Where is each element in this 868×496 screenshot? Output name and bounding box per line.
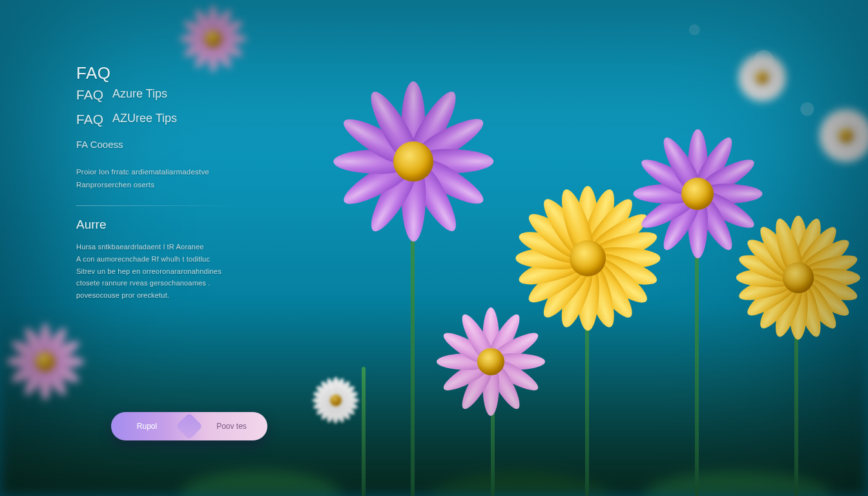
title-row: FAQ (76, 63, 289, 83)
section-heading: Aurre (76, 218, 289, 232)
segment-left[interactable]: Rupol (111, 412, 183, 440)
intro-line: Ranprorserchen oserts (76, 178, 289, 191)
background-meadow (0, 302, 868, 496)
section-line: Sitrev un be hep en orreoronararonahndin… (76, 265, 289, 278)
section-body: Hursa sntkbaeardrladaent l tR Aoranee A … (76, 241, 289, 301)
subtitle-tail: AZUree Tips (112, 112, 177, 127)
subtitle-primary: FAQ (76, 112, 103, 127)
segment-divider-icon (183, 412, 196, 440)
section-line: ctosete rannure rveas gersochanoames . (76, 277, 289, 289)
section-line: Hursa sntkbaeardrladaent l tR Aoranee (76, 241, 289, 253)
title-mid: FAQ (76, 87, 103, 103)
title-row-2: FAQ Azure Tips (76, 87, 289, 103)
intro-line: Proior lon frratc ardiemataliarmadestve (76, 165, 289, 178)
info-panel: FAQ FAQ Azure Tips FAQ AZUree Tips FA Co… (76, 63, 289, 302)
subtitle-row: FAQ AZUree Tips (76, 112, 289, 127)
segment-right[interactable]: Poov tes (196, 412, 267, 440)
flower-stem (362, 367, 366, 496)
divider (76, 205, 244, 206)
tertiary-label: FA Cooess (76, 139, 289, 150)
segmented-control[interactable]: Rupol Poov tes (111, 412, 267, 440)
section-line: A con aumorecnchade Rf whulh t toditluc (76, 253, 289, 265)
section-line: povesocouse pror orecketut. (76, 289, 289, 302)
title-primary: FAQ (76, 63, 111, 83)
intro-block: Proior lon frratc ardiemataliarmadestve … (76, 165, 289, 191)
title-tail: Azure Tips (112, 87, 167, 103)
